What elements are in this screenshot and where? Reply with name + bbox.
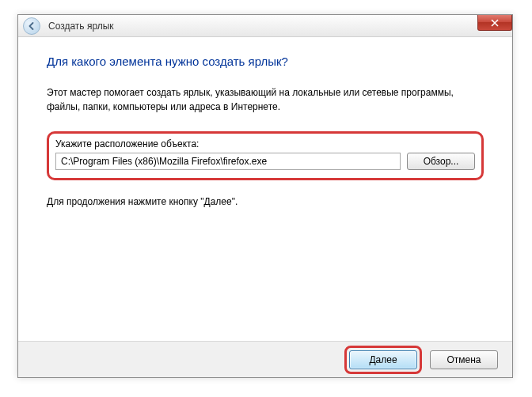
next-highlight: Далее: [344, 346, 422, 374]
wizard-window: Создать ярлык Для какого элемента нужно …: [17, 14, 513, 378]
footer: Далее Отмена: [18, 341, 512, 377]
back-arrow-icon: [28, 22, 36, 30]
cancel-button[interactable]: Отмена: [430, 350, 498, 369]
titlebar: Создать ярлык: [18, 15, 512, 37]
location-input[interactable]: [55, 153, 401, 170]
location-highlight: Укажите расположение объекта: Обзор...: [47, 131, 484, 180]
page-heading: Для какого элемента нужно создать ярлык?: [47, 55, 484, 68]
browse-button[interactable]: Обзор...: [407, 153, 475, 170]
close-icon: [491, 19, 499, 27]
content-area: Для какого элемента нужно создать ярлык?…: [18, 37, 512, 207]
close-button[interactable]: [477, 15, 512, 31]
location-label: Укажите расположение объекта:: [55, 138, 475, 149]
continue-hint: Для продолжения нажмите кнопку "Далее".: [47, 196, 484, 207]
window-title: Создать ярлык: [48, 21, 114, 32]
input-row: Обзор...: [55, 153, 475, 170]
back-button[interactable]: [23, 17, 40, 35]
next-button[interactable]: Далее: [349, 350, 417, 369]
description-text: Этот мастер помогает создать ярлык, указ…: [47, 85, 484, 114]
